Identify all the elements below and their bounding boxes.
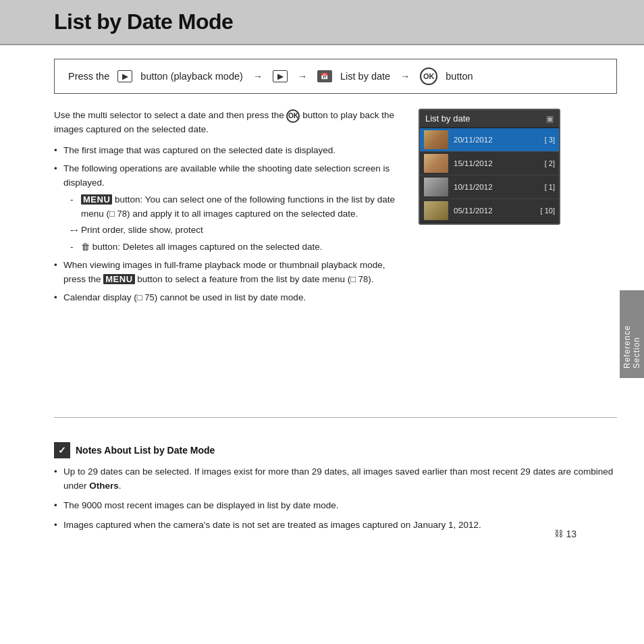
notes-item-1: Up to 29 dates can be selected. If image… [54,465,617,493]
nav-list-by-date: List by date [340,71,390,82]
sub-item-menu: MENU button: You can select one of the f… [70,193,405,221]
playback-button-icon: ▶ [117,70,132,82]
screen-count-1: [ 3] [545,136,555,144]
content-row: Use the multi selector to select a date … [54,109,617,309]
screen-count-4: [ 10] [541,207,555,215]
screen-rows: 20/11/2012 [ 3] 15/11/2012 [ 2] 10/11/20… [420,127,559,223]
page-icon: ⛓ [554,529,563,539]
nav-arrow-1: → [253,71,263,82]
screen-row[interactable]: 20/11/2012 [ 3] [420,128,559,152]
notes-title: Notes About List by Date Mode [76,445,215,456]
page-title: List by Date Mode [54,9,630,34]
camera-screen-column: List by date ▣ 20/11/2012 [ 3] 15/11/201… [419,109,567,309]
menu-bold-label-2: MENU [103,274,134,284]
screen-title-bar: List by date ▣ [420,110,559,127]
bullet-item-1: The first image that was captured on the… [54,144,405,158]
menu-bold-label: MENU [81,194,112,205]
main-content: Press the ▶ button (playback mode) → ▶ →… [0,45,644,552]
intro-text: Use the multi selector to select a date … [54,109,405,137]
notes-section: ✓ Notes About List by Date Mode Up to 29… [54,431,617,533]
notes-list: Up to 29 dates can be selected. If image… [54,465,617,533]
screen-row[interactable]: 05/11/2012 [ 10] [420,199,559,222]
screen-date-4: 05/11/2012 [454,207,541,215]
nav-prefix: Press the [68,71,109,82]
page-ref-78b: □ 78 [350,274,368,284]
text-column: Use the multi selector to select a date … [54,109,405,309]
sub-list: MENU button: You can select one of the f… [70,193,405,255]
page-number: 13 [566,529,576,539]
screen-row[interactable]: 15/11/2012 [ 2] [420,152,559,176]
screen-thumb-2 [424,154,448,173]
page-header: List by Date Mode [0,0,644,45]
screen-count-2: [ 2] [545,159,555,167]
side-tab-label: Reference Section [622,300,641,369]
sub-item-trash: 🗑 button: Deletes all images captured on… [70,240,405,254]
screen-date-1: 20/11/2012 [454,136,545,144]
date-menu-icon: 📅 [317,70,332,82]
screen-thumb-4 [424,201,448,220]
notes-check-icon: ✓ [54,442,70,458]
page-ref-78a: □ 78 [109,209,127,219]
ok-button-icon: OK [420,68,437,85]
screen-title-icon: ▣ [546,114,554,124]
camera-screen: List by date ▣ 20/11/2012 [ 3] 15/11/201… [419,109,560,225]
notes-item-2: The 9000 most recent images can be displ… [54,499,617,513]
bullet-item-3: When viewing images in full-frame playba… [54,259,405,287]
sub-item-arrow: → Print order, slide show, protect [70,223,405,238]
section-divider [54,417,617,418]
nav-instruction-box: Press the ▶ button (playback mode) → ▶ →… [54,59,617,94]
main-bullet-list: The first image that was captured on the… [54,144,405,305]
screen-count-3: [ 1] [545,183,555,191]
page-ref-75: □ 75 [137,292,155,302]
page-footer: ⛓ 13 [554,529,576,539]
screen-thumb-1 [424,130,448,149]
screen-date-2: 15/11/2012 [454,159,545,167]
bullet-item-2: The following operations are available w… [54,162,405,255]
others-bold: Others [89,481,119,491]
ok-inline-icon: OK [286,109,300,123]
check-symbol: ✓ [58,445,66,456]
nav-arrow-3: → [400,71,410,82]
nav-suffix: button [446,71,473,82]
screen-date-3: 10/11/2012 [454,183,545,191]
nav-btn1-desc: button (playback mode) [140,71,243,82]
screen-title: List by date [425,113,471,124]
screen-thumb-3 [424,178,448,196]
trash-icon: 🗑 [81,240,90,254]
notes-item-3: Images captured when the camera's date i… [54,518,617,533]
notes-header: ✓ Notes About List by Date Mode [54,442,617,458]
bullet-item-4: Calendar display (□ 75) cannot be used i… [54,291,405,305]
side-tab-reference: Reference Section [620,290,644,378]
screen-row[interactable]: 10/11/2012 [ 1] [420,176,559,199]
nav-arrow-2: → [298,71,307,82]
playback-button-2-icon: ▶ [273,70,288,82]
